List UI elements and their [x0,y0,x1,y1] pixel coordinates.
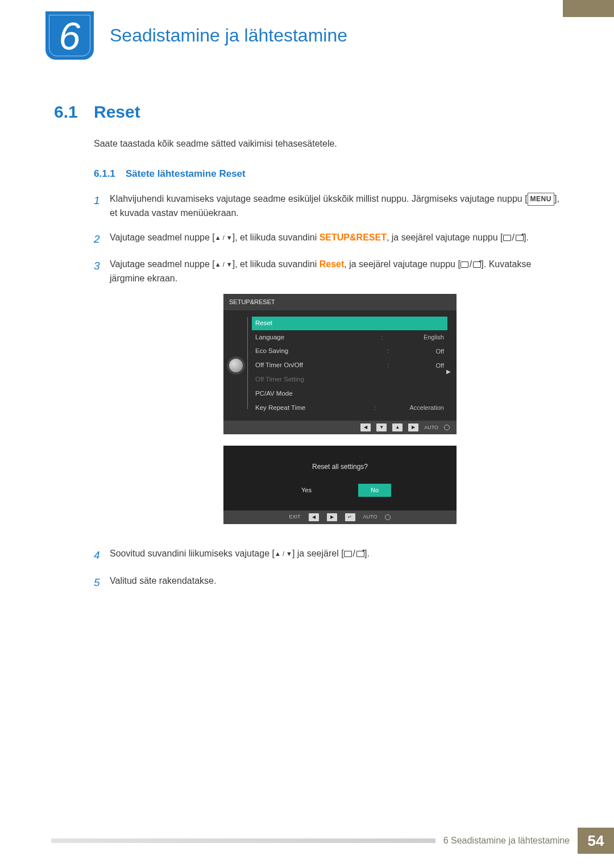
step-number: 5 [94,574,110,591]
step-5: 5 Valitud säte rakendatakse. [94,574,560,591]
submenu-arrow-icon: ▶ [446,367,451,376]
osd-row-off-timer-setting: Off Timer Setting [252,373,447,387]
osd-footer: ◀ ▼ ▲ ▶ AUTO [223,421,457,434]
nav-left-icon: ◀ [309,513,319,521]
step-1: 1 Klahvijuhendi kuvamiseks vajutage sead… [94,192,560,221]
section-heading: 6.1 Reset [54,102,560,122]
nav-enter-icon: ↵ [345,513,355,521]
step-body: Klahvijuhendi kuvamiseks vajutage seadme… [110,192,560,221]
exit-label: EXIT [289,513,301,521]
highlight-reset: Reset [320,259,345,269]
page-number: 54 [578,828,614,854]
osd-reset-confirm-dialog: Reset all settings? Yes No EXIT ◀ ▶ ↵ AU… [223,446,457,524]
chapter-header: 6 Seadistamine ja lähtestamine [45,11,347,60]
osd-body: Reset Language:English Eco Saving:Off Of… [223,310,457,421]
auto-label: AUTO [424,424,438,432]
page-content: 6.1 Reset Saate taastada kõik seadme sät… [54,102,560,601]
step-number: 4 [94,547,110,563]
osd-screenshots: SETUP&RESET Reset Language:English Eco S… [223,294,457,524]
source-enter-icon: / [503,231,524,245]
jog-dial-icon [229,359,243,372]
corner-accent [563,0,614,17]
osd-setup-reset-menu: SETUP&RESET Reset Language:English Eco S… [223,294,457,435]
osd-row-eco-saving: Eco Saving:Off [252,344,447,358]
osd-row-language: Language:English [252,331,447,344]
chapter-number: 6 [59,14,81,58]
osd-dialog-footer: EXIT ◀ ▶ ↵ AUTO [223,510,457,524]
step-number: 1 [94,192,110,221]
step-2: 2 Vajutage seadmel nuppe [▲ / ▼], et lii… [94,231,560,247]
osd-row-pcav-mode: PC/AV Mode [252,387,447,401]
auto-label: AUTO [363,513,377,521]
up-down-icon: ▲ / ▼ [215,233,233,243]
chapter-title: Seadistamine ja lähtestamine [110,25,347,46]
power-icon [385,514,391,520]
option-yes: Yes [289,484,324,497]
step-3: 3 Vajutage seadmel nuppe [▲ / ▼], et lii… [94,258,560,537]
osd-row-reset: Reset [252,317,447,330]
osd-dialog-body: Reset all settings? Yes No [223,446,457,510]
confirm-options: Yes No [223,484,457,497]
nav-up-icon: ▲ [392,423,403,431]
nav-down-icon: ▼ [376,423,387,431]
section-title: Reset [94,102,140,122]
option-no: No [358,484,391,497]
page-footer: 6 Seadistamine ja lähtestamine 54 [51,829,614,852]
step-number: 2 [94,231,110,247]
section-intro: Saate taastada kõik seadme sätted vaikim… [94,139,560,149]
step-number: 3 [94,258,110,537]
source-enter-icon: / [344,547,364,561]
confirm-question: Reset all settings? [223,462,457,472]
tree-line [247,317,248,410]
subsection-number: 6.1.1 [94,168,126,180]
highlight-setup-reset: SETUP&RESET [320,232,387,242]
subsection-title: Sätete lähtestamine Reset [126,168,246,180]
osd-row-key-repeat-time: Key Repeat Time:Acceleration [252,401,447,415]
footer-bar [51,838,435,843]
nav-right-icon: ▶ [327,513,337,521]
subsection-heading: 6.1.1 Sätete lähtestamine Reset [94,168,560,180]
steps-list: 1 Klahvijuhendi kuvamiseks vajutage sead… [94,192,560,591]
osd-row-off-timer-onoff: Off Timer On/Off:Off [252,359,447,372]
step-body: Vajutage seadmel nuppe [▲ / ▼], et liiku… [110,231,560,247]
footer-chapter-label: 6 Seadistamine ja lähtestamine [435,836,578,846]
step-body: Valitud säte rakendatakse. [110,574,560,591]
power-icon [444,425,450,430]
chapter-number-badge: 6 [45,11,94,60]
nav-right-icon: ▶ [408,423,418,431]
step-4: 4 Soovitud suvandini liikumiseks vajutag… [94,547,560,563]
up-down-icon: ▲ / ▼ [275,549,292,559]
up-down-icon: ▲ / ▼ [215,260,233,269]
source-enter-icon: / [460,258,481,272]
step-body: Soovitud suvandini liikumiseks vajutage … [110,547,560,563]
osd-title: SETUP&RESET [223,294,457,310]
step-body: Vajutage seadmel nuppe [▲ / ▼], et liiku… [110,258,560,537]
section-number: 6.1 [54,102,94,122]
menu-button-label: MENU [528,193,554,206]
nav-left-icon: ◀ [360,423,371,431]
